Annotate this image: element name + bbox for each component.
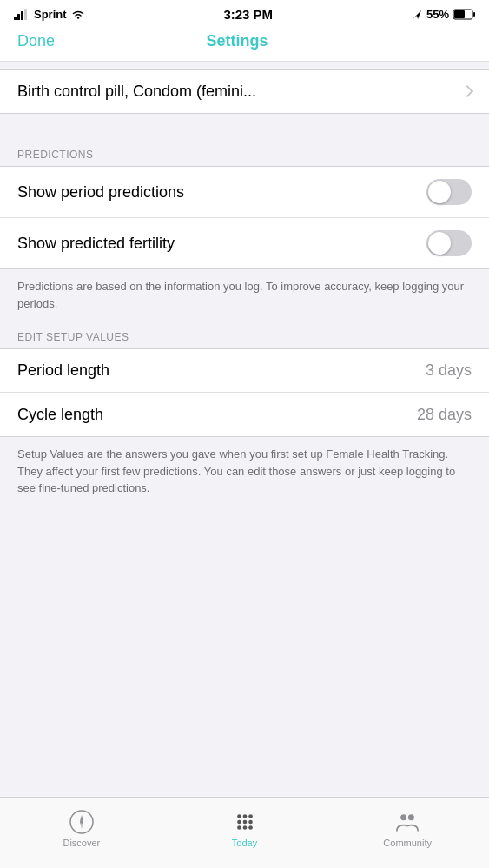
show-predicted-fertility-toggle[interactable]: [426, 230, 472, 256]
carrier-label: Sprint: [34, 8, 67, 21]
location-icon: [412, 10, 422, 20]
discover-icon: [69, 810, 94, 834]
svg-rect-0: [14, 17, 17, 20]
community-icon: [395, 810, 420, 834]
show-predicted-fertility-label: Show predicted fertility: [17, 235, 175, 253]
svg-point-17: [237, 825, 241, 830]
period-length-value: 3 days: [426, 361, 472, 380]
status-right: 55%: [412, 8, 475, 21]
tab-discover-label: Discover: [63, 838, 100, 848]
predictions-section-label: PREDICTIONS: [0, 142, 489, 166]
cycle-length-label: Cycle length: [17, 406, 103, 424]
edit-setup-list: Period length 3 days Cycle length 28 day…: [0, 348, 489, 437]
show-period-predictions-label: Show period predictions: [17, 183, 184, 202]
contraception-section: Birth control pill, Condom (femini...: [0, 69, 489, 114]
toggle-knob: [428, 181, 451, 203]
battery-label: 55%: [426, 8, 449, 21]
svg-point-15: [242, 819, 247, 824]
svg-point-19: [248, 825, 253, 830]
show-predicted-fertility-row[interactable]: Show predicted fertility: [0, 218, 489, 268]
svg-point-12: [242, 814, 247, 818]
period-length-label: Period length: [17, 361, 109, 380]
svg-point-13: [248, 814, 253, 818]
status-time: 3:23 PM: [223, 7, 273, 22]
svg-point-20: [400, 814, 406, 820]
community-people-icon: [395, 810, 420, 834]
cycle-length-row[interactable]: Cycle length 28 days: [0, 393, 489, 436]
nav-bar: Done Settings: [0, 25, 489, 62]
svg-point-11: [237, 814, 241, 818]
show-period-predictions-row[interactable]: Show period predictions: [0, 167, 489, 218]
bottom-padding: [0, 509, 489, 587]
page-title: Settings: [207, 32, 268, 50]
contraception-label: Birth control pill, Condom (femini...: [17, 83, 256, 101]
period-length-row[interactable]: Period length 3 days: [0, 349, 489, 393]
status-left: Sprint: [14, 8, 85, 21]
predictions-info: Predictions are based on the information…: [0, 269, 489, 324]
svg-rect-3: [24, 9, 27, 20]
edit-setup-info: Setup Values are the answers you gave wh…: [0, 437, 489, 509]
show-period-predictions-toggle[interactable]: [426, 179, 472, 205]
svg-point-16: [248, 819, 253, 824]
svg-rect-6: [473, 12, 475, 17]
tab-community[interactable]: Community: [326, 810, 489, 848]
svg-rect-5: [454, 10, 465, 18]
svg-rect-2: [21, 11, 23, 20]
svg-marker-9: [80, 815, 83, 821]
cycle-length-value: 28 days: [417, 406, 472, 424]
tab-discover[interactable]: Discover: [0, 810, 163, 848]
today-dots-icon: [233, 809, 257, 835]
svg-marker-10: [80, 823, 83, 829]
gap2: [0, 114, 489, 142]
tab-today[interactable]: Today: [163, 810, 327, 848]
wifi-icon: [71, 10, 85, 20]
chevron-icon: [461, 85, 473, 97]
predictions-list: Show period predictions Show predicted f…: [0, 166, 489, 269]
contraception-row[interactable]: Birth control pill, Condom (femini...: [0, 70, 489, 113]
battery-icon: [453, 9, 475, 20]
toggle-knob2: [428, 232, 451, 255]
gap1: [0, 62, 489, 69]
done-button[interactable]: Done: [17, 32, 55, 50]
signal-icon: [14, 9, 30, 20]
tab-community-label: Community: [383, 838, 432, 848]
today-icon: [233, 810, 257, 834]
tab-bar: Discover Today: [0, 797, 489, 868]
svg-point-14: [237, 819, 241, 824]
tab-today-label: Today: [232, 838, 257, 848]
svg-point-21: [408, 814, 414, 820]
compass-icon: [69, 810, 94, 834]
edit-setup-section-label: EDIT SETUP VALUES: [0, 324, 489, 348]
status-bar: Sprint 3:23 PM 55%: [0, 0, 489, 25]
svg-rect-1: [17, 14, 20, 20]
svg-point-18: [242, 825, 247, 830]
